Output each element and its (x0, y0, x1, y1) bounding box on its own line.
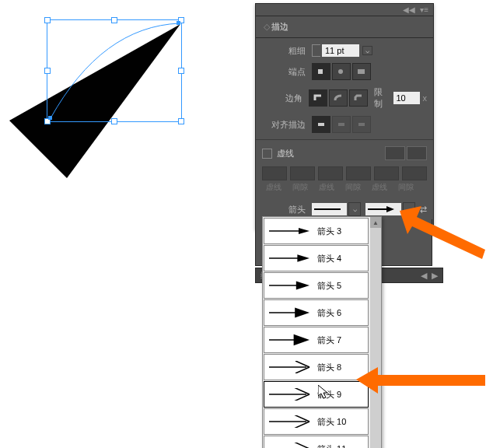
arrowhead-start-select[interactable] (312, 203, 348, 215)
panel-tab-stroke[interactable]: ◇描边 (256, 16, 433, 38)
handle-w[interactable] (44, 68, 51, 74)
arrowhead-label: 箭头 (262, 204, 306, 215)
align-inside-button (332, 116, 351, 133)
stroke-panel: ◀◀ ▾≡ ◇描边 粗细 ⌵ 端点 边角 限制 (255, 3, 434, 229)
svg-marker-11 (299, 228, 309, 234)
gap-col-label: 间隙 (288, 182, 312, 193)
stroke-weight-dropdown[interactable]: ⌵ (362, 46, 372, 55)
dashed-line-checkbox[interactable] (262, 149, 272, 159)
dash-input-2[interactable] (318, 166, 343, 180)
dropdown-item-arrow-4[interactable]: 箭头 4 (264, 245, 369, 271)
align-stroke-label: 对齐描边 (262, 119, 306, 131)
svg-rect-5 (338, 123, 344, 126)
gap-input-2[interactable] (346, 166, 371, 180)
panel-header[interactable]: ◀◀ ▾≡ (256, 4, 433, 16)
align-center-button[interactable] (312, 116, 330, 133)
svg-marker-17 (295, 308, 309, 318)
cap-round-button[interactable] (332, 63, 351, 80)
limit-suffix: x (423, 93, 428, 103)
dash-col-label: 虚线 (262, 182, 285, 193)
dropdown-scrollbar[interactable]: ▲ ▼ (370, 217, 381, 448)
dropdown-item-arrow-11[interactable]: 箭头 11 (264, 436, 369, 448)
handle-nw[interactable] (44, 17, 51, 23)
swap-arrowheads-icon[interactable]: ⇄ (420, 205, 427, 215)
corner-bevel-button[interactable] (349, 89, 368, 107)
svg-line-28 (294, 422, 309, 428)
dash-input-3[interactable] (374, 166, 399, 180)
limit-label: 限制 (374, 86, 390, 110)
dash-col-label: 虚线 (368, 182, 391, 193)
svg-rect-2 (338, 69, 343, 74)
link-icon[interactable] (312, 44, 320, 57)
dashed-label: 虚线 (277, 148, 294, 159)
svg-rect-1 (318, 69, 323, 74)
dash-align-button[interactable] (407, 146, 427, 160)
cap-projecting-button[interactable] (352, 63, 371, 80)
cap-butt-button[interactable] (312, 63, 330, 80)
svg-line-25 (294, 394, 309, 401)
svg-marker-19 (294, 334, 309, 345)
svg-line-21 (295, 361, 309, 367)
panel-title: 描边 (271, 22, 288, 31)
miter-limit-input[interactable] (393, 92, 420, 104)
arrowhead-end-dropdown[interactable]: ⌵ (403, 202, 415, 216)
panel-menu-icon[interactable]: ▾≡ (420, 5, 428, 14)
svg-marker-15 (296, 281, 309, 289)
selection-bounding-box[interactable] (47, 19, 182, 122)
dropdown-item-arrow-7[interactable]: 箭头 7 (264, 327, 369, 353)
corner-round-button[interactable] (329, 89, 348, 107)
gap-col-label: 间隙 (341, 182, 365, 193)
handle-n[interactable] (111, 17, 117, 23)
svg-marker-13 (297, 254, 309, 262)
gap-input-3[interactable] (402, 166, 427, 180)
arrowhead-start-dropdown[interactable]: ⌵ (348, 202, 361, 216)
handle-s[interactable] (111, 118, 117, 124)
dash-preserve-button[interactable] (385, 146, 405, 160)
anchor-point-end[interactable] (177, 21, 180, 25)
curve-path (47, 20, 181, 121)
handle-se[interactable] (178, 118, 184, 124)
corner-miter-button[interactable] (309, 89, 327, 107)
dash-input-1[interactable] (262, 166, 287, 180)
align-outside-button (352, 116, 371, 133)
arrowhead-dropdown-list: ▲ ▼ 箭头 3箭头 4箭头 5箭头 6箭头 7箭头 8箭头 9箭头 10箭头 … (262, 216, 382, 448)
weight-label: 粗细 (262, 45, 306, 57)
scroll-up-button[interactable]: ▲ (370, 217, 381, 228)
dropdown-item-arrow-3[interactable]: 箭头 3 (264, 218, 369, 244)
svg-marker-9 (386, 206, 394, 212)
cap-label: 端点 (262, 66, 306, 78)
align-icon-1[interactable]: ◀ (421, 271, 427, 281)
svg-rect-4 (318, 123, 324, 126)
stroke-weight-input[interactable] (322, 44, 359, 57)
arrowhead-end-select[interactable] (365, 203, 401, 215)
anchor-point-start[interactable] (48, 116, 52, 120)
canvas-area (0, 0, 218, 218)
dropdown-item-arrow-6[interactable]: 箭头 6 (264, 299, 369, 326)
panel-collapse-icon[interactable]: ◀◀ (403, 5, 415, 14)
dash-col-label: 虚线 (315, 182, 338, 193)
corner-label: 边角 (262, 93, 302, 104)
gap-col-label: 间隙 (394, 182, 418, 193)
align-icon-2[interactable]: ▶ (432, 271, 438, 281)
dropdown-item-arrow-5[interactable]: 箭头 5 (264, 272, 369, 299)
dropdown-item-arrow-8[interactable]: 箭头 8 (264, 354, 369, 380)
svg-rect-6 (358, 123, 365, 126)
svg-line-24 (294, 388, 309, 394)
handle-e[interactable] (178, 68, 184, 74)
svg-line-22 (295, 367, 309, 373)
dropdown-item-arrow-10[interactable]: 箭头 10 (264, 408, 369, 435)
svg-line-30 (294, 443, 309, 448)
dropdown-item-arrow-9[interactable]: 箭头 9 (264, 381, 369, 408)
svg-line-27 (294, 415, 309, 422)
gap-input-1[interactable] (290, 166, 315, 180)
svg-rect-3 (358, 69, 365, 74)
